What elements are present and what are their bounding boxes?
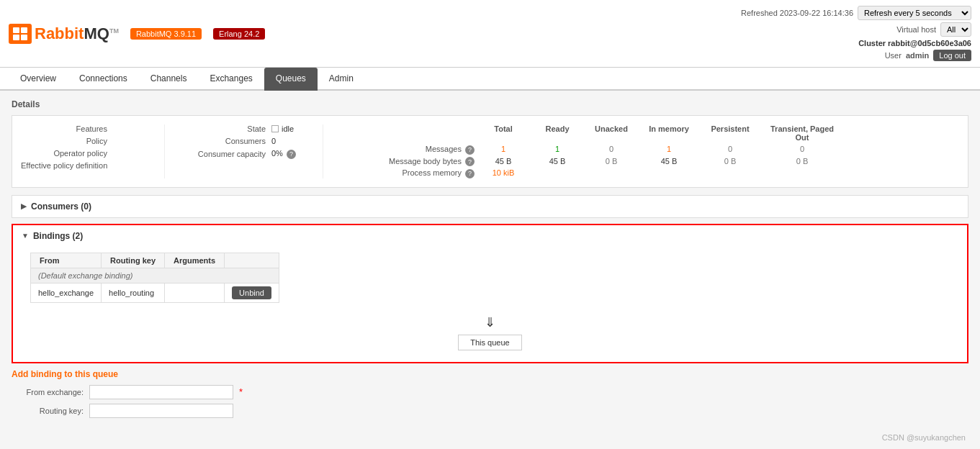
down-arrow-icon: ⇓ — [485, 314, 495, 330]
svg-rect-0 — [13, 27, 19, 33]
consumers-title: Consumers (0) — [31, 201, 91, 212]
nav-channels[interactable]: Channels — [139, 68, 199, 91]
procmem-stats-row: Process memory ? 10 kiB — [338, 168, 959, 178]
nav-exchanges[interactable]: Exchanges — [198, 68, 264, 91]
consumers-row: Consumers 0 — [179, 137, 311, 145]
col-unacked: Unacked — [583, 124, 640, 142]
default-binding-label: (Default exchange binding) — [31, 268, 279, 283]
cluster-label: Cluster — [858, 39, 886, 47]
header-right: Refreshed 2023-09-22 16:14:36 Refresh ev… — [741, 6, 971, 61]
msgbody-persistent: 0 B — [698, 157, 763, 167]
state-value: idle — [271, 124, 294, 133]
col-inmemory: In memory — [640, 124, 698, 142]
unbind-button[interactable]: Unbind — [232, 286, 271, 299]
messages-stats-row: Messages ? 1 1 0 1 0 0 — [338, 145, 959, 155]
msgbody-unacked: 0 B — [583, 157, 640, 167]
col-action — [225, 253, 279, 268]
idle-checkbox — [271, 125, 279, 132]
msgbody-transient: 0 B — [763, 157, 842, 167]
col-arguments: Arguments — [165, 253, 225, 268]
header: RabbitMQTM RabbitMQ 3.9.11 Erlang 24.2 R… — [0, 0, 980, 68]
help-icon-capacity[interactable]: ? — [287, 150, 296, 159]
cluster-value: rabbit@0d5cb60e3a06 — [888, 39, 971, 47]
required-star: * — [239, 386, 243, 397]
policy-row: Policy — [21, 137, 153, 145]
logout-button[interactable]: Log out — [933, 50, 971, 61]
logo-icon — [9, 24, 32, 44]
routing-key-input[interactable] — [89, 404, 233, 418]
consumers-header[interactable]: ▶ Consumers (0) — [12, 196, 968, 217]
consumers-section: ▶ Consumers (0) — [12, 195, 968, 218]
consumers-label: Consumers — [179, 137, 266, 145]
consumers-triangle: ▶ — [21, 202, 27, 210]
operator-policy-label: Operator policy — [21, 149, 107, 158]
help-icon-msgbody[interactable]: ? — [465, 157, 475, 166]
add-binding-section: Add binding to this queue From exchange:… — [12, 369, 968, 418]
col-routing-key: Routing key — [102, 253, 165, 268]
nav-overview[interactable]: Overview — [9, 68, 68, 91]
this-queue-section: ⇓ This queue — [22, 309, 958, 356]
erlang-badge: Erlang 24.2 — [213, 28, 265, 40]
bindings-header[interactable]: ▼ Bindings (2) — [13, 225, 967, 247]
procmem-label: Process memory ? — [338, 168, 475, 178]
from-exchange-row: From exchange: * — [12, 385, 968, 399]
features-row: Features — [21, 124, 153, 133]
binding-arguments — [165, 283, 225, 302]
msg-inmemory: 1 — [640, 145, 698, 155]
routing-key-row: Routing key: — [12, 404, 968, 418]
msgbody-label: Message body bytes ? — [338, 157, 475, 167]
consumers-value: 0 — [271, 137, 276, 145]
user-row: User admin Log out — [885, 50, 971, 61]
col-persistent: Persistent — [698, 124, 763, 142]
stats-headers: Total Ready Unacked In memory Persistent… — [338, 124, 959, 142]
bindings-triangle: ▼ — [22, 232, 29, 240]
binding-action: Unbind — [225, 283, 279, 302]
svg-rect-1 — [21, 27, 27, 33]
effective-policy-row: Effective policy definition — [21, 161, 153, 170]
features-label: Features — [21, 124, 107, 133]
msg-unacked: 0 — [583, 145, 640, 155]
binding-routing-key: hello_routing — [102, 283, 165, 302]
svg-rect-2 — [13, 35, 19, 40]
vhost-row: Virtual host All / — [896, 22, 971, 37]
nav-queues[interactable]: Queues — [264, 68, 318, 91]
nav: Overview Connections Channels Exchanges … — [0, 68, 980, 91]
msg-total: 1 — [475, 145, 532, 155]
watermark: CSDN @suyukangchen — [882, 433, 966, 442]
details-middle: State idle Consumers 0 Consumer capacity… — [179, 124, 323, 178]
procmem-total: 10 kiB — [475, 168, 532, 178]
details-panel: Features Policy Operator policy Effectiv… — [12, 115, 968, 188]
cluster-row: Cluster rabbit@0d5cb60e3a06 — [858, 39, 971, 47]
help-icon-messages[interactable]: ? — [465, 145, 475, 155]
from-exchange-input[interactable] — [89, 385, 233, 399]
col-ready: Ready — [532, 124, 583, 142]
add-binding-title[interactable]: Add binding to this queue — [12, 369, 968, 379]
logo: RabbitMQTM — [9, 24, 119, 44]
table-row: hello_exchange hello_routing Unbind — [31, 283, 279, 302]
refresh-row: Refreshed 2023-09-22 16:14:36 Refresh ev… — [741, 6, 971, 20]
state-label: State — [179, 124, 266, 133]
user-value: admin — [906, 51, 929, 60]
msgbody-inmemory: 45 B — [640, 157, 698, 167]
msg-transient: 0 — [763, 145, 842, 155]
vhost-select[interactable]: All / — [940, 22, 971, 37]
from-exchange-label: From exchange: — [12, 388, 84, 396]
policy-label: Policy — [21, 137, 107, 145]
nav-admin[interactable]: Admin — [318, 68, 365, 91]
logo-area: RabbitMQTM RabbitMQ 3.9.11 Erlang 24.2 — [9, 24, 265, 44]
state-row: State idle — [179, 124, 311, 133]
routing-key-label: Routing key: — [12, 407, 84, 415]
col-total: Total — [475, 124, 532, 142]
content: Details Features Policy Operator policy … — [0, 91, 980, 449]
bindings-content: From Routing key Arguments (Default exch… — [13, 253, 967, 362]
consumer-capacity-value: 0% ? — [271, 149, 296, 159]
msgbody-stats-row: Message body bytes ? 45 B 45 B 0 B 45 B … — [338, 157, 959, 167]
help-icon-procmem[interactable]: ? — [465, 169, 475, 178]
refresh-select[interactable]: Refresh every 5 seconds Refresh every 10… — [858, 6, 971, 20]
nav-connections[interactable]: Connections — [68, 68, 139, 91]
details-right: Total Ready Unacked In memory Persistent… — [338, 124, 959, 178]
details-title: Details — [12, 99, 968, 109]
consumer-capacity-row: Consumer capacity 0% ? — [179, 149, 311, 159]
msg-persistent: 0 — [698, 145, 763, 155]
refreshed-timestamp: Refreshed 2023-09-22 16:14:36 — [741, 9, 853, 17]
